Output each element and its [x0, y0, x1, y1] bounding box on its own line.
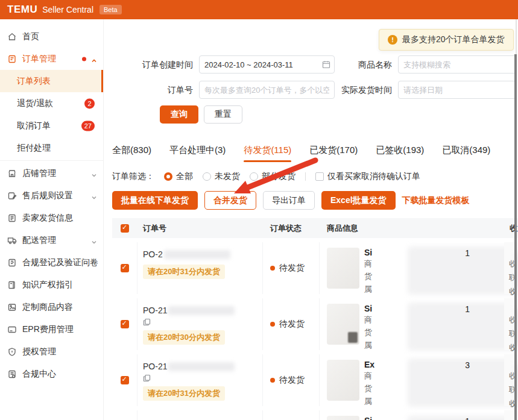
sidebar-item-label: 售后规则设置 [22, 190, 73, 201]
quantity: 3 [465, 360, 470, 370]
product-thumbnail[interactable] [327, 304, 359, 345]
order-status-tabs: 全部(830) 平台处理中(3) 待发货(115) 已发货(170) 已签收(1… [112, 145, 490, 162]
order-status: 待发货 [279, 263, 305, 274]
batch-online-ship-button[interactable]: 批量在线下单发货 [112, 191, 198, 210]
seller-central-title: Seller Central [42, 5, 93, 14]
sidebar-item-home[interactable]: 首页 [0, 25, 103, 48]
sidebar-item-custom-product-content[interactable]: 定制商品内容 [0, 296, 103, 318]
product-name-input[interactable] [398, 55, 516, 74]
radio-all[interactable]: 全部 [164, 171, 193, 182]
chevron-down-icon [91, 237, 97, 243]
buyer-cancel-checkbox[interactable]: 仅看买家取消待确认订单 [315, 171, 420, 182]
column-header-order-status: 订单状态 [263, 223, 320, 234]
sidebar-item-order-management[interactable]: 订单管理 [0, 48, 103, 70]
sidebar-item-authorization[interactable]: 授权管理 [0, 340, 103, 363]
scrollbar-thumb[interactable] [514, 54, 517, 420]
chevron-down-icon [91, 193, 97, 199]
row-checkbox[interactable] [121, 264, 129, 272]
returns-count-badge: 2 [84, 98, 95, 108]
radio-label: 部分发货 [262, 171, 295, 182]
sidebar-item-aftersale-rules[interactable]: 售后规则设置 [0, 184, 103, 207]
sidebar-item-ip-guidelines[interactable]: 知识产权指引 [0, 274, 103, 296]
sidebar-item-label: 合规中心 [22, 369, 56, 380]
order-number-label: 订单号 [109, 81, 193, 99]
sidebar-item-compliance-registration[interactable]: 合规登记及验证问卷 [0, 251, 103, 274]
order-number[interactable]: PO-21 [143, 362, 167, 371]
checkbox-label: 仅看买家取消待确认订单 [327, 171, 420, 182]
order-number[interactable]: PO-2 [143, 249, 163, 259]
row-checkbox[interactable] [121, 320, 129, 328]
radio-partially-shipped[interactable]: 部分发货 [250, 171, 295, 182]
sidebar-item-compliance-center[interactable]: 合规中心 [0, 363, 103, 385]
redacted-product-info [408, 246, 518, 295]
quantity: 1 [465, 416, 470, 420]
redacted-product-info [408, 302, 518, 351]
temu-logo: TEMU [7, 4, 37, 16]
scrollbar-track [516, 19, 517, 54]
quantity: 1 [465, 304, 470, 314]
tab-shipped[interactable]: 已发货(170) [309, 145, 358, 162]
image-icon [7, 302, 17, 312]
sidebar-item-shop-management[interactable]: 店铺管理 [0, 162, 103, 184]
tab-cancelled[interactable]: 已取消(349) [442, 145, 490, 162]
actual-ship-time-label: 实际发货时间 [308, 81, 392, 99]
sidebar-item-label: 拒付处理 [17, 143, 51, 154]
sidebar-item-order-list[interactable]: 订单列表 [0, 70, 103, 92]
sidebar-item-chargeback[interactable]: 拒付处理 [0, 137, 103, 159]
search-button[interactable]: 查询 [160, 105, 198, 124]
tab-platform-processing[interactable]: 平台处理中(3) [169, 145, 226, 162]
select-all-checkbox[interactable] [121, 224, 129, 233]
radio-not-shipped[interactable]: 未发货 [203, 171, 240, 182]
sidebar: 首页 订单管理 订单列表 退货/退款 2 取消订单 27 拒付处理 [0, 19, 104, 420]
order-status: 待发货 [279, 375, 305, 386]
home-icon [7, 32, 17, 42]
redacted-order-number [168, 362, 235, 371]
compliance-form-icon [7, 258, 17, 268]
table-row: PO-21 请在20时31分内发货 待发货 Ex 商 货 [112, 354, 518, 406]
sidebar-item-label: 配送管理 [22, 235, 56, 246]
redacted-order-number [164, 250, 230, 259]
copy-icon[interactable] [143, 374, 151, 381]
download-template-link[interactable]: 下载批量发货模板 [402, 195, 470, 206]
row-checkbox[interactable] [121, 376, 129, 384]
thumbnail-detail [348, 332, 358, 343]
radio-label: 未发货 [215, 171, 240, 182]
tab-all[interactable]: 全部(830) [112, 145, 151, 162]
sidebar-item-label: 退货/退款 [17, 98, 53, 109]
merge-limit-tooltip: 最多支持20个订单合单发货 [379, 29, 514, 51]
merge-ship-button[interactable]: 合并发货 [204, 191, 256, 210]
tab-awaiting-shipment[interactable]: 待发货(115) [244, 145, 291, 162]
sidebar-item-label: 取消订单 [17, 121, 51, 131]
tab-signed[interactable]: 已签收(193) [376, 145, 424, 162]
actual-ship-time-input[interactable] [398, 81, 516, 99]
radio-icon [203, 172, 211, 181]
card-icon [7, 325, 17, 334]
ship-deadline-badge: 请在20时30分内发货 [143, 330, 225, 345]
order-icon [7, 54, 17, 64]
product-thumbnail[interactable] [327, 360, 359, 401]
cancelled-count-badge: 27 [81, 121, 95, 131]
order-number[interactable]: PO-21 [143, 306, 167, 315]
compliance-center-icon [7, 369, 17, 379]
ship-deadline-badge: 请在20时31分内发货 [143, 265, 225, 279]
sidebar-item-label: 合规登记及验证问卷 [22, 257, 98, 268]
product-thumbnail[interactable] [327, 416, 359, 420]
sidebar-item-returns-refunds[interactable]: 退货/退款 2 [0, 92, 103, 114]
excel-batch-ship-button[interactable]: Excel批量发货 [321, 191, 396, 210]
sidebar-item-epr-fees[interactable]: EPR费用管理 [0, 318, 103, 340]
truck-icon [7, 236, 17, 245]
product-thumbnail[interactable] [327, 248, 359, 289]
notification-dot [82, 57, 86, 61]
copy-icon[interactable] [143, 318, 151, 325]
sidebar-item-cancelled-orders[interactable]: 取消订单 27 [0, 114, 103, 137]
reset-button[interactable]: 重置 [204, 105, 242, 124]
table-header-row: 订单号 订单状态 商品信息 收 [112, 218, 518, 238]
sidebar-item-seller-shipping-info[interactable]: 卖家发货信息 [0, 207, 103, 229]
order-filter-label: 订单筛选： [112, 171, 154, 182]
table-row: PO-21 请在20时30分内发货 待发货 Si 商 货 [112, 298, 518, 350]
sidebar-item-delivery-management[interactable]: 配送管理 [0, 229, 103, 251]
sidebar-item-label: 订单列表 [17, 76, 51, 87]
info-icon [388, 35, 397, 45]
checkbox-icon [315, 172, 324, 181]
export-orders-button[interactable]: 导出订单 [263, 191, 315, 210]
